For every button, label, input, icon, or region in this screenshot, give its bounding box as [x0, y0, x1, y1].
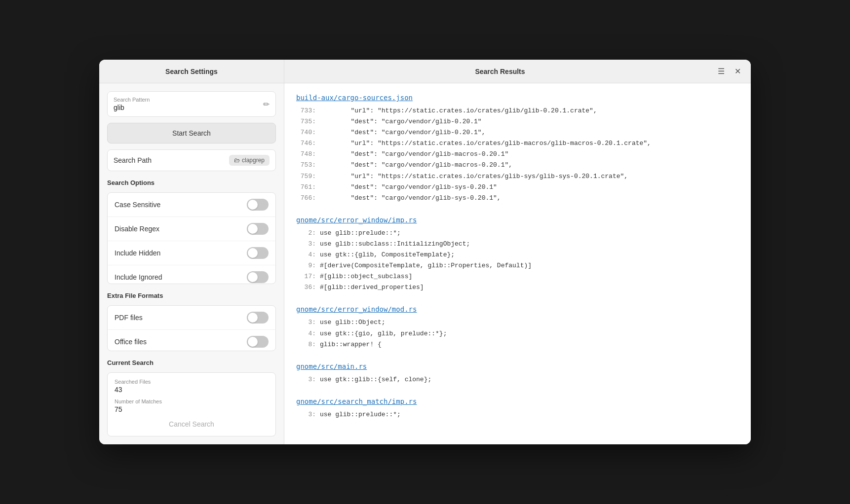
pdf-files-toggle[interactable] — [247, 312, 269, 324]
code-line: 740: "dest": "cargo/vendor/glib-0.20.1", — [296, 127, 739, 138]
line-number: 9: — [296, 260, 316, 271]
line-number: 733: — [296, 106, 316, 116]
window-controls: ☰ ✕ — [716, 65, 751, 78]
code-line: 766: "dest": "cargo/vendor/glib-sys-0.20… — [296, 193, 739, 204]
matches-field: Number of Matches 75 — [115, 398, 269, 413]
code-line: 733: "url": "https://static.crates.io/cr… — [296, 106, 739, 116]
code-block: 733: "url": "https://static.crates.io/cr… — [296, 106, 739, 204]
option-office-files: Office files — [108, 330, 275, 351]
line-content: #[derive(CompositeTemplate, glib::Proper… — [320, 260, 532, 271]
code-line: 3:use glib::prelude::*; — [296, 409, 739, 420]
line-content: use glib::Object; — [320, 317, 386, 328]
search-pattern-box: Search Pattern glib ✏ — [107, 91, 276, 117]
line-content: use glib::prelude::*; — [320, 409, 401, 420]
folder-icon: 🗁 — [234, 157, 240, 164]
edit-icon[interactable]: ✏ — [263, 100, 270, 109]
include-ignored-label: Include Ignored — [115, 273, 162, 281]
cancel-search-button[interactable]: Cancel Search — [115, 418, 269, 430]
main-window: Search Settings Search Results ☰ ✕ Searc… — [99, 60, 751, 444]
search-path-label: Search Path — [114, 156, 152, 164]
code-line: 759: "url": "https://static.crates.io/cr… — [296, 171, 739, 182]
search-pattern-value: glib — [114, 104, 270, 111]
code-line: 746: "url": "https://static.crates.io/cr… — [296, 138, 739, 149]
code-block: 3:use glib::Object;4:use gtk::{gio, glib… — [296, 317, 739, 350]
close-button[interactable]: ✕ — [733, 65, 743, 78]
searched-files-field: Searched Files 43 — [115, 379, 269, 394]
file-link[interactable]: gnome/src/error_window/mod.rs — [296, 305, 417, 313]
right-panel-title: Search Results — [284, 68, 716, 75]
line-content: glib::wrapper! { — [320, 339, 382, 350]
line-content: #[glib::derived_properties] — [320, 282, 424, 293]
line-number: 4: — [296, 250, 316, 260]
search-options-group: Case Sensitive Disable Regex Include Hid… — [107, 192, 276, 284]
case-sensitive-label: Case Sensitive — [115, 201, 160, 209]
code-line: 36:#[glib::derived_properties] — [296, 282, 739, 293]
line-content: use gtk::{glib, CompositeTemplate}; — [320, 250, 455, 260]
pdf-files-label: PDF files — [115, 314, 143, 322]
code-block: 2:use glib::prelude::*;3:use glib::subcl… — [296, 228, 739, 293]
office-files-label: Office files — [115, 338, 147, 346]
include-ignored-toggle[interactable] — [247, 271, 269, 283]
results-title-label: Search Results — [475, 68, 525, 75]
menu-button[interactable]: ☰ — [716, 65, 727, 78]
search-options-title: Search Options — [107, 179, 276, 186]
office-files-toggle[interactable] — [247, 336, 269, 348]
code-line: 753: "dest": "cargo/vendor/glib-macros-0… — [296, 160, 739, 171]
line-number: 2: — [296, 228, 316, 239]
searched-files-value: 43 — [115, 386, 269, 394]
line-number: 740: — [296, 127, 316, 138]
line-number: 36: — [296, 282, 316, 293]
line-number: 753: — [296, 160, 316, 171]
line-content: use gtk::glib::{self, clone}; — [320, 374, 431, 385]
code-line: 8:glib::wrapper! { — [296, 339, 739, 350]
file-link[interactable]: gnome/src/search_match/imp.rs — [296, 397, 417, 405]
line-content: "dest": "cargo/vendor/glib-0.20.1", — [320, 127, 485, 138]
code-line: 17:#[glib::object_subclass] — [296, 271, 739, 282]
code-line: 2:use glib::prelude::*; — [296, 228, 739, 239]
file-link[interactable]: gnome/src/error_window/imp.rs — [296, 216, 417, 224]
line-content: "url": "https://static.crates.io/crates/… — [320, 138, 651, 149]
disable-regex-toggle[interactable] — [247, 223, 269, 235]
code-block: 3:use gtk::glib::{self, clone}; — [296, 374, 739, 385]
line-content: "dest": "cargo/vendor/glib-0.20.1" — [320, 116, 482, 127]
search-pattern-label: Search Pattern — [114, 97, 270, 103]
option-disable-regex: Disable Regex — [108, 217, 275, 241]
option-pdf-files: PDF files — [108, 306, 275, 330]
code-line: 748: "dest": "cargo/vendor/glib-macros-0… — [296, 149, 739, 160]
line-number: 761: — [296, 182, 316, 193]
extra-formats-title: Extra File Formats — [107, 292, 276, 299]
settings-title-label: Search Settings — [165, 68, 218, 75]
line-content: "dest": "cargo/vendor/glib-macros-0.20.1… — [320, 149, 508, 160]
line-content: "url": "https://static.crates.io/crates/… — [320, 171, 628, 182]
file-link[interactable]: gnome/src/main.rs — [296, 362, 367, 370]
code-line: 4:use gtk::{glib, CompositeTemplate}; — [296, 250, 739, 260]
file-link[interactable]: build-aux/cargo-sources.json — [296, 94, 413, 102]
code-line: 4:use gtk::{gio, glib, prelude::*}; — [296, 328, 739, 339]
close-icon: ✕ — [734, 67, 741, 75]
disable-regex-label: Disable Regex — [115, 225, 159, 233]
code-line: 3:use glib::Object; — [296, 317, 739, 328]
extra-formats-group: PDF files Office files — [107, 305, 276, 351]
current-search-box: Searched Files 43 Number of Matches 75 C… — [107, 372, 276, 436]
code-line: 735: "dest": "cargo/vendor/glib-0.20.1" — [296, 116, 739, 127]
start-search-button[interactable]: Start Search — [107, 123, 276, 144]
include-hidden-toggle[interactable] — [247, 247, 269, 259]
titlebar: Search Settings Search Results ☰ ✕ — [99, 60, 751, 83]
main-content: Search Pattern glib ✏ Start Search Searc… — [99, 83, 751, 444]
file-section: gnome/src/error_window/mod.rs3:use glib:… — [296, 305, 739, 350]
case-sensitive-toggle[interactable] — [247, 199, 269, 211]
line-content: "url": "https://static.crates.io/crates/… — [320, 106, 597, 116]
line-content: use glib::prelude::*; — [320, 228, 401, 239]
line-number: 748: — [296, 149, 316, 160]
path-badge[interactable]: 🗁 clapgrep — [229, 155, 270, 166]
matches-label: Number of Matches — [115, 398, 269, 404]
line-content: "dest": "cargo/vendor/glib-macros-0.20.1… — [320, 160, 512, 171]
matches-value: 75 — [115, 405, 269, 413]
line-content: use gtk::{gio, glib, prelude::*}; — [320, 328, 447, 339]
line-number: 746: — [296, 138, 316, 149]
option-case-sensitive: Case Sensitive — [108, 193, 275, 217]
line-content: #[glib::object_subclass] — [320, 271, 412, 282]
code-block: 3:use glib::prelude::*; — [296, 409, 739, 420]
line-number: 17: — [296, 271, 316, 282]
current-search-title: Current Search — [107, 359, 276, 366]
